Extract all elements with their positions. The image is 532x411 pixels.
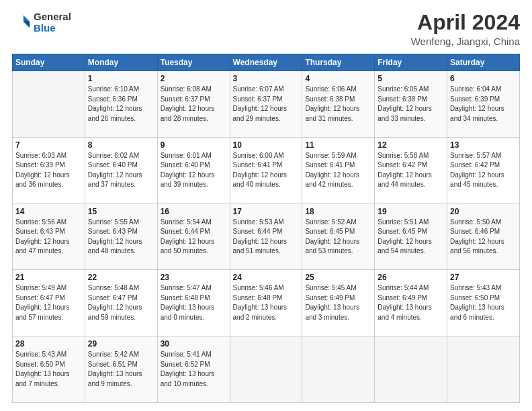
col-saturday: Saturday xyxy=(447,54,520,71)
main-title: April 2024 xyxy=(411,11,520,34)
calendar-cell: 1Sunrise: 6:10 AMSunset: 6:36 PMDaylight… xyxy=(85,71,157,138)
logo-line1: General xyxy=(34,11,71,22)
day-number: 18 xyxy=(305,207,371,216)
day-info: Sunrise: 6:02 AMSunset: 6:40 PMDaylight:… xyxy=(88,151,154,190)
calendar-cell xyxy=(302,336,375,403)
day-info: Sunrise: 5:43 AMSunset: 6:50 PMDaylight:… xyxy=(15,350,82,389)
calendar-cell: 19Sunrise: 5:51 AMSunset: 6:45 PMDayligh… xyxy=(375,203,447,270)
day-info: Sunrise: 6:04 AMSunset: 6:39 PMDaylight:… xyxy=(450,85,517,124)
calendar-cell: 3Sunrise: 6:07 AMSunset: 6:37 PMDaylight… xyxy=(230,71,302,138)
day-info: Sunrise: 5:57 AMSunset: 6:42 PMDaylight:… xyxy=(450,151,517,190)
calendar-body: 1Sunrise: 6:10 AMSunset: 6:36 PMDaylight… xyxy=(13,71,520,403)
day-number: 6 xyxy=(450,74,517,83)
calendar-table: Sunday Monday Tuesday Wednesday Thursday… xyxy=(12,54,520,403)
title-block: April 2024 Wenfeng, Jiangxi, China xyxy=(411,11,520,47)
day-info: Sunrise: 5:45 AMSunset: 6:49 PMDaylight:… xyxy=(305,283,371,322)
calendar-cell: 4Sunrise: 6:06 AMSunset: 6:38 PMDaylight… xyxy=(302,71,375,138)
calendar-week-2: 7Sunrise: 6:03 AMSunset: 6:39 PMDaylight… xyxy=(13,137,520,203)
day-number: 17 xyxy=(233,207,300,216)
calendar-week-5: 28Sunrise: 5:43 AMSunset: 6:50 PMDayligh… xyxy=(13,336,520,403)
day-number: 19 xyxy=(378,207,444,216)
calendar-cell xyxy=(230,336,302,403)
day-number: 11 xyxy=(305,140,371,150)
day-number: 13 xyxy=(450,140,517,150)
calendar-cell: 7Sunrise: 6:03 AMSunset: 6:39 PMDaylight… xyxy=(13,137,85,203)
day-info: Sunrise: 6:05 AMSunset: 6:38 PMDaylight:… xyxy=(378,85,444,124)
day-info: Sunrise: 5:48 AMSunset: 6:47 PMDaylight:… xyxy=(88,283,154,322)
day-number: 2 xyxy=(161,74,227,83)
day-info: Sunrise: 5:58 AMSunset: 6:42 PMDaylight:… xyxy=(378,151,444,190)
day-number: 9 xyxy=(161,140,227,150)
calendar-header: Sunday Monday Tuesday Wednesday Thursday… xyxy=(13,54,520,71)
calendar-cell xyxy=(13,71,85,138)
calendar-cell: 23Sunrise: 5:47 AMSunset: 6:48 PMDayligh… xyxy=(157,270,230,336)
day-info: Sunrise: 6:06 AMSunset: 6:38 PMDaylight:… xyxy=(305,85,371,124)
day-info: Sunrise: 5:42 AMSunset: 6:51 PMDaylight:… xyxy=(88,350,154,389)
day-info: Sunrise: 5:44 AMSunset: 6:49 PMDaylight:… xyxy=(378,283,444,322)
day-info: Sunrise: 6:03 AMSunset: 6:39 PMDaylight:… xyxy=(15,151,82,190)
day-info: Sunrise: 5:49 AMSunset: 6:47 PMDaylight:… xyxy=(15,283,82,322)
day-number: 20 xyxy=(450,207,517,216)
calendar-cell: 18Sunrise: 5:52 AMSunset: 6:45 PMDayligh… xyxy=(302,203,375,270)
col-wednesday: Wednesday xyxy=(230,54,302,71)
svg-marker-1 xyxy=(24,21,30,28)
day-number: 4 xyxy=(305,74,371,83)
calendar-week-1: 1Sunrise: 6:10 AMSunset: 6:36 PMDaylight… xyxy=(13,71,520,138)
day-number: 1 xyxy=(88,74,154,83)
day-info: Sunrise: 5:55 AMSunset: 6:43 PMDaylight:… xyxy=(88,218,154,257)
day-info: Sunrise: 6:07 AMSunset: 6:37 PMDaylight:… xyxy=(233,85,300,124)
day-number: 28 xyxy=(15,339,82,349)
day-number: 16 xyxy=(161,207,227,216)
day-number: 3 xyxy=(233,74,300,83)
calendar-cell xyxy=(375,336,447,403)
day-info: Sunrise: 6:00 AMSunset: 6:41 PMDaylight:… xyxy=(233,151,300,190)
day-info: Sunrise: 5:47 AMSunset: 6:48 PMDaylight:… xyxy=(161,283,227,322)
calendar-cell: 11Sunrise: 5:59 AMSunset: 6:41 PMDayligh… xyxy=(302,137,375,203)
header: General Blue April 2024 Wenfeng, Jiangxi… xyxy=(12,11,520,47)
day-info: Sunrise: 5:54 AMSunset: 6:44 PMDaylight:… xyxy=(161,218,227,257)
calendar-cell: 17Sunrise: 5:53 AMSunset: 6:44 PMDayligh… xyxy=(230,203,302,270)
calendar-cell: 5Sunrise: 6:05 AMSunset: 6:38 PMDaylight… xyxy=(375,71,447,138)
day-number: 15 xyxy=(88,207,154,216)
day-number: 21 xyxy=(15,273,82,282)
calendar-cell: 9Sunrise: 6:01 AMSunset: 6:40 PMDaylight… xyxy=(157,137,230,203)
header-row: Sunday Monday Tuesday Wednesday Thursday… xyxy=(13,54,520,71)
logo-text: General Blue xyxy=(34,11,71,34)
day-number: 7 xyxy=(15,140,82,150)
calendar-week-3: 14Sunrise: 5:56 AMSunset: 6:43 PMDayligh… xyxy=(13,203,520,270)
logo-icon xyxy=(12,13,31,32)
col-sunday: Sunday xyxy=(13,54,85,71)
calendar-cell: 25Sunrise: 5:45 AMSunset: 6:49 PMDayligh… xyxy=(302,270,375,336)
day-number: 27 xyxy=(450,273,517,282)
col-thursday: Thursday xyxy=(302,54,375,71)
logo-line2: Blue xyxy=(34,22,71,34)
day-number: 22 xyxy=(88,273,154,282)
calendar-cell: 6Sunrise: 6:04 AMSunset: 6:39 PMDaylight… xyxy=(447,71,520,138)
day-info: Sunrise: 5:41 AMSunset: 6:52 PMDaylight:… xyxy=(161,350,227,389)
day-number: 25 xyxy=(305,273,371,282)
day-number: 23 xyxy=(161,273,227,282)
day-info: Sunrise: 5:59 AMSunset: 6:41 PMDaylight:… xyxy=(305,151,371,190)
calendar-cell: 2Sunrise: 6:08 AMSunset: 6:37 PMDaylight… xyxy=(157,71,230,138)
day-info: Sunrise: 6:10 AMSunset: 6:36 PMDaylight:… xyxy=(88,85,154,124)
calendar-cell: 27Sunrise: 5:43 AMSunset: 6:50 PMDayligh… xyxy=(447,270,520,336)
calendar-cell: 12Sunrise: 5:58 AMSunset: 6:42 PMDayligh… xyxy=(375,137,447,203)
logo: General Blue xyxy=(12,11,71,34)
calendar-cell: 16Sunrise: 5:54 AMSunset: 6:44 PMDayligh… xyxy=(157,203,230,270)
calendar-cell: 26Sunrise: 5:44 AMSunset: 6:49 PMDayligh… xyxy=(375,270,447,336)
day-info: Sunrise: 5:46 AMSunset: 6:48 PMDaylight:… xyxy=(233,283,300,322)
day-info: Sunrise: 5:50 AMSunset: 6:46 PMDaylight:… xyxy=(450,218,517,257)
calendar-cell: 29Sunrise: 5:42 AMSunset: 6:51 PMDayligh… xyxy=(85,336,157,403)
calendar-cell xyxy=(447,336,520,403)
day-number: 5 xyxy=(378,74,444,83)
day-number: 30 xyxy=(161,339,227,349)
day-info: Sunrise: 5:56 AMSunset: 6:43 PMDaylight:… xyxy=(15,218,82,257)
calendar-cell: 24Sunrise: 5:46 AMSunset: 6:48 PMDayligh… xyxy=(230,270,302,336)
day-info: Sunrise: 6:01 AMSunset: 6:40 PMDaylight:… xyxy=(161,151,227,190)
day-number: 8 xyxy=(88,140,154,150)
calendar-cell: 21Sunrise: 5:49 AMSunset: 6:47 PMDayligh… xyxy=(13,270,85,336)
svg-marker-0 xyxy=(24,15,30,21)
calendar-cell: 15Sunrise: 5:55 AMSunset: 6:43 PMDayligh… xyxy=(85,203,157,270)
calendar-cell: 13Sunrise: 5:57 AMSunset: 6:42 PMDayligh… xyxy=(447,137,520,203)
calendar-cell: 14Sunrise: 5:56 AMSunset: 6:43 PMDayligh… xyxy=(13,203,85,270)
